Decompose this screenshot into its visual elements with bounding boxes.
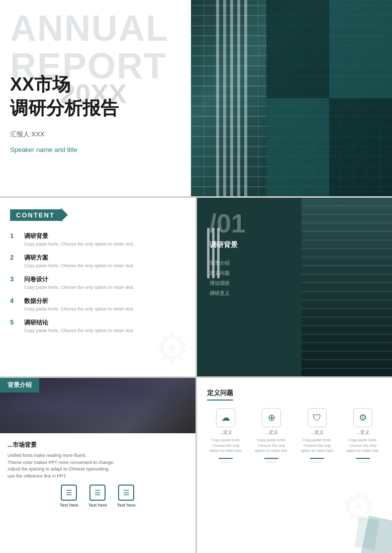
toc-item-3: 3 问卷设计 Copy paste fonts. Choose the only… bbox=[10, 275, 185, 290]
content-label-box: CONTENT bbox=[10, 209, 61, 221]
toc-title-2: 调研方案 bbox=[24, 254, 134, 262]
define-desc-2: Copy paste fonts. Choose the only option… bbox=[252, 438, 290, 454]
define-title-4: ...定义 bbox=[356, 429, 369, 436]
slide-toc: ⚙ CONTENT 1 调研背景 Copy paste fonts. Choos… bbox=[0, 198, 195, 376]
icon-item-1: ☰ Text here bbox=[60, 485, 78, 508]
define-item-2: ⊕ ...定义 Copy paste fonts. Choose the onl… bbox=[252, 408, 290, 462]
define-line-1 bbox=[219, 458, 233, 459]
market-desc: Unified fonts make reading more fluent. … bbox=[8, 452, 188, 480]
define-icon-3: 🛡 bbox=[308, 408, 327, 427]
background-content: ...市场背景 Unified fonts make reading more … bbox=[0, 433, 195, 513]
define-header: 定义问题 bbox=[207, 388, 233, 401]
toc-desc-4: Copy paste fonts. Choose the only option… bbox=[24, 306, 134, 311]
slide-cover: ANNUAL REPORT 20XX XX市场 调研分析报告 汇报人:XXX S… bbox=[0, 0, 392, 196]
desc-line-3: Adjust the spacing to adapt to Chinese t… bbox=[8, 466, 110, 471]
slides-container: ANNUAL REPORT 20XX XX市场 调研分析报告 汇报人:XXX S… bbox=[0, 0, 392, 553]
define-desc-1: Copy paste fonts. Choose the only option… bbox=[207, 438, 245, 454]
define-line-4 bbox=[356, 458, 370, 459]
slide-define: ⚙ 定义问题 ☁ ...定义 Copy paste fonts. Choose … bbox=[197, 378, 393, 553]
toc-item-1: 1 调研背景 Copy paste fonts. Choose the only… bbox=[10, 232, 185, 247]
toc-desc-3: Copy paste fonts. Choose the only option… bbox=[24, 285, 134, 290]
define-title-1: ...定义 bbox=[220, 429, 233, 436]
define-icon-1: ☁ bbox=[216, 408, 235, 427]
toc-desc-1: Copy paste fonts. Choose the only option… bbox=[24, 242, 134, 247]
toc-num-3: 3 bbox=[10, 275, 18, 283]
title-line1: XX市场 bbox=[10, 74, 70, 95]
icon-box-2: ☰ bbox=[89, 485, 106, 501]
define-item-3: 🛡 ...定义 Copy paste fonts. Choose the onl… bbox=[298, 408, 336, 462]
white-bars-deco bbox=[207, 228, 220, 278]
white-bar-3 bbox=[217, 228, 220, 278]
define-icons-row: ☁ ...定义 Copy paste fonts. Choose the onl… bbox=[207, 408, 382, 462]
define-item-4: ⚙ ...定义 Copy paste fonts. Choose the onl… bbox=[344, 408, 382, 462]
bg-text-annual: ANNUAL bbox=[10, 10, 169, 46]
speaker-name: Speaker name and title bbox=[10, 146, 77, 153]
icon-label-1: Text here bbox=[60, 503, 78, 508]
cover-photo bbox=[191, 0, 392, 196]
toc-content-1: 调研背景 Copy paste fonts. Choose the only o… bbox=[24, 232, 134, 247]
define-desc-4: Copy paste fonts. Choose the only option… bbox=[344, 438, 382, 454]
content-label-arrow bbox=[61, 208, 68, 222]
define-line-3 bbox=[310, 458, 324, 459]
toc-content-5: 调研结论 Copy paste fonts. Choose the only o… bbox=[24, 319, 134, 333]
toc-desc-2: Copy paste fonts. Choose the only option… bbox=[24, 263, 134, 268]
icon-label-3: Text here bbox=[117, 503, 136, 508]
define-line-3b bbox=[312, 462, 322, 462]
toc-item-2: 2 调研方案 Copy paste fonts. Choose the only… bbox=[10, 254, 185, 268]
define-icon-2: ⊕ bbox=[262, 408, 281, 427]
slide4-pagenum: . bbox=[188, 547, 189, 552]
icon-box-3: ☰ bbox=[118, 485, 134, 501]
define-desc-3: Copy paste fonts. Choose the only option… bbox=[298, 438, 336, 454]
toc-num-2: 2 bbox=[10, 254, 18, 261]
line-2 bbox=[223, 0, 226, 196]
toc-title-3: 问卷设计 bbox=[24, 275, 134, 284]
slide-section01: /01 调研背景 背景介绍 定义问题 理论现状 调研意义 bbox=[197, 198, 393, 376]
teal-corner-deco2 bbox=[355, 517, 379, 550]
toc-content-2: 调研方案 Copy paste fonts. Choose the only o… bbox=[24, 254, 134, 268]
define-line-1b bbox=[221, 462, 231, 462]
line-5 bbox=[244, 0, 247, 196]
desc-line-1: Unified fonts make reading more fluent. bbox=[8, 453, 86, 458]
content-label-container: CONTENT bbox=[10, 208, 185, 222]
main-title: XX市场 调研分析报告 bbox=[10, 73, 119, 120]
desc-line-4: use the reference line in PPT. bbox=[8, 473, 67, 479]
reporter-label: 汇报人:XXX bbox=[10, 130, 45, 139]
bottom-deco bbox=[207, 472, 382, 493]
define-line-2b bbox=[266, 462, 276, 462]
define-item-1: ☁ ...定义 Copy paste fonts. Choose the onl… bbox=[207, 408, 245, 462]
background-photo-label: 背景介绍 bbox=[0, 378, 39, 392]
define-title-3: ...定义 bbox=[311, 429, 324, 436]
toc-title-5: 调研结论 bbox=[24, 319, 134, 327]
toc-content-4: 数据分析 Copy paste fonts. Choose the only o… bbox=[24, 297, 134, 311]
toc-content-3: 问卷设计 Copy paste fonts. Choose the only o… bbox=[24, 275, 134, 290]
icon-box-1: ☰ bbox=[61, 485, 77, 501]
toc-num-5: 5 bbox=[10, 319, 18, 326]
line-4 bbox=[237, 0, 240, 196]
section-photo-right bbox=[302, 198, 392, 376]
toc-desc-5: Copy paste fonts. Choose the only option… bbox=[24, 328, 134, 333]
line-1 bbox=[216, 0, 219, 196]
title-line2: 调研分析报告 bbox=[10, 98, 119, 118]
icon-item-2: ☰ Text here bbox=[88, 485, 107, 508]
toc-title-4: 数据分析 bbox=[24, 297, 134, 305]
line-3 bbox=[230, 0, 233, 196]
define-line-2 bbox=[264, 458, 278, 459]
market-title: ...市场背景 bbox=[8, 441, 188, 449]
toc-item-4: 4 数据分析 Copy paste fonts. Choose the only… bbox=[10, 297, 185, 311]
icon-item-3: ☰ Text here bbox=[117, 485, 136, 508]
toc-num-1: 1 bbox=[10, 232, 18, 240]
define-title-2: ...定义 bbox=[265, 429, 278, 436]
icon-label-2: Text here bbox=[88, 503, 107, 508]
white-bar-2 bbox=[212, 228, 215, 278]
slide-background: 背景介绍 ...市场背景 Unified fonts make reading … bbox=[0, 378, 195, 553]
toc-num-4: 4 bbox=[10, 297, 18, 304]
toc-title-1: 调研背景 bbox=[24, 232, 134, 241]
hex-pattern bbox=[266, 0, 392, 196]
define-line-4b bbox=[358, 462, 368, 462]
desc-line-2: Theme color makes PPT more convenient to… bbox=[8, 460, 114, 465]
background-photo: 背景介绍 bbox=[0, 378, 195, 433]
icon-items-row: ☰ Text here ☰ Text here ☰ Text here bbox=[8, 485, 188, 508]
toc-item-5: 5 调研结论 Copy paste fonts. Choose the only… bbox=[10, 319, 185, 333]
define-icon-4: ⚙ bbox=[353, 408, 372, 427]
white-bar-1 bbox=[207, 228, 210, 278]
